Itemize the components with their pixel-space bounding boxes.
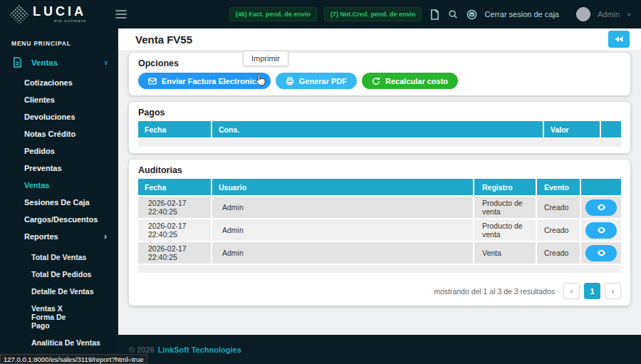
chevron-down-icon: ∨	[627, 11, 631, 18]
auditorias-empty-row	[138, 264, 621, 273]
eye-icon	[597, 249, 606, 256]
close-cash-session-link[interactable]: Cerrar sesion de caja	[484, 10, 559, 19]
topbar: LUCIA erp software (46) Fact. pend. de e…	[0, 0, 641, 28]
sidebar-item-clientes[interactable]: Clientes	[0, 91, 118, 108]
brand-subtitle: erp software	[54, 19, 86, 23]
search-icon[interactable]	[447, 9, 459, 20]
browser-status-url: 127.0.0.1:8000/es/sales/3119/report?html…	[0, 354, 147, 364]
pagos-header-fecha: Fecha	[138, 121, 212, 137]
sidebar-item-ventas-x-forma-de-pago[interactable]: Ventas X Forma De Pago	[0, 300, 85, 334]
pagos-card: Pagos Fecha Cons. Valor	[129, 102, 630, 153]
sidebar-item-reportes[interactable]: Reportes ›	[0, 228, 118, 245]
sidebar-item-notas-credito[interactable]: Notas Crédito	[0, 125, 118, 142]
sidebar-item-devoluciones[interactable]: Devoluciones	[0, 108, 118, 125]
sidebar-item-analitica-de-ventas[interactable]: Analitica De Ventas	[0, 334, 118, 351]
recalcular-costo-button[interactable]: Recalcular costo	[362, 73, 458, 89]
auditorias-card: Auditorias Fecha Usuario Registro Evento…	[129, 160, 630, 306]
sidebar-section-label: MENU PRINCIPAL	[0, 28, 118, 47]
auditorias-header-evento: Evento	[537, 179, 581, 195]
hamburger-menu-icon[interactable]	[115, 8, 127, 21]
document-icon[interactable]	[429, 9, 440, 20]
pagination-page-1-button[interactable]: 1	[584, 283, 600, 299]
table-row: 2026-02-17 22:40:25 Admin Producto de ve…	[138, 218, 621, 241]
brand-diamond-icon	[9, 4, 29, 24]
sidebar-parent-label: Ventas	[31, 58, 58, 67]
eye-icon	[597, 204, 606, 211]
auditorias-header-usuario: Usuario	[212, 179, 474, 195]
view-audit-button[interactable]	[585, 222, 617, 239]
auditorias-table: Fecha Usuario Registro Evento 2026-02-17…	[138, 179, 621, 273]
chevron-down-icon: ∨	[103, 59, 108, 66]
generar-pdf-button[interactable]: Generar PDF	[276, 73, 357, 89]
sidebar-item-detalle-de-ventas[interactable]: Detalle De Ventas	[0, 283, 118, 300]
envelope-icon	[148, 78, 157, 85]
sidebar-item-cotizaciones[interactable]: Cotizaciones	[0, 74, 118, 91]
pagination-prev-button[interactable]: ‹	[563, 283, 580, 299]
table-row: 2026-02-17 22:40:25 Admin Venta Creado	[138, 241, 621, 264]
view-audit-button[interactable]	[585, 245, 617, 261]
sidebar-item-total-de-pedidos[interactable]: Total De Pedidos	[0, 266, 118, 283]
page-header: Venta FV55	[118, 28, 641, 50]
auditorias-title: Auditorias	[138, 165, 621, 175]
printer-icon[interactable]	[466, 9, 477, 20]
pagination-summary: mostrando del 1 al 3 de 3 resultados	[434, 287, 555, 296]
main-content: Venta FV55 Opciones Imprimir Enviar Fact…	[118, 28, 641, 335]
pagos-header-valor: Valor	[544, 121, 601, 137]
rewind-icon	[615, 36, 623, 43]
brand-name: LUCIA	[33, 6, 86, 17]
enviar-factura-electronica-button[interactable]: Enviar Factura Electronica	[138, 73, 271, 89]
sidebar-item-sesiones-de-caja[interactable]: Sesiones De Caja	[0, 194, 118, 211]
app-window: LUCIA erp software (46) Fact. pend. de e…	[0, 0, 641, 364]
chevron-right-icon: ›	[104, 228, 107, 245]
sidebar-parent-ventas[interactable]: Ventas ∨	[0, 47, 118, 68]
auditorias-header-registro: Registro	[474, 179, 537, 195]
pagos-header-cons: Cons.	[212, 121, 544, 137]
sidebar-item-pedidos[interactable]: Pedidos	[0, 142, 118, 160]
auditorias-header-fecha: Fecha	[138, 179, 212, 195]
brand-logo: LUCIA erp software	[0, 6, 107, 23]
footer: © 2026 LinkSoft Technologies	[118, 335, 641, 364]
company-link[interactable]: LinkSoft Technologies	[158, 345, 241, 354]
avatar[interactable]	[576, 7, 590, 21]
pagos-title: Pagos	[138, 108, 621, 118]
copyright-text: © 2026	[129, 345, 155, 354]
sidebar-item-ventas-active[interactable]: Ventas	[0, 177, 118, 194]
sidebar-item-preventas[interactable]: Preventas	[0, 160, 118, 177]
invoices-pending-badge[interactable]: (46) Fact. pend. de envio	[229, 7, 317, 21]
pagos-empty-row	[138, 137, 621, 147]
refresh-icon	[372, 77, 380, 85]
opciones-card: Opciones Imprimir Enviar Factura Electro…	[129, 53, 630, 95]
imprimir-tooltip: Imprimir	[243, 51, 288, 66]
table-row: 2026-02-17 22:40:25 Admin Producto de ve…	[138, 195, 621, 218]
back-button[interactable]	[608, 31, 630, 48]
page-title: Venta FV55	[135, 33, 192, 46]
document-icon	[13, 57, 22, 68]
eye-icon	[597, 227, 606, 234]
credit-notes-pending-badge[interactable]: (7) Not.Cred. pend. de envio	[324, 7, 422, 21]
sidebar-item-cargos-descuentos[interactable]: Cargos/Descuentos	[0, 211, 118, 228]
printer-icon	[286, 77, 294, 85]
pagos-table: Fecha Cons. Valor	[138, 121, 621, 147]
sidebar: MENU PRINCIPAL Ventas ∨ Cotizaciones Cli…	[0, 28, 118, 364]
opciones-title: Opciones	[138, 58, 621, 68]
pagos-header-empty	[601, 121, 621, 137]
auditorias-header-empty	[581, 179, 621, 195]
admin-user-menu[interactable]: Admin	[598, 10, 620, 19]
view-audit-button[interactable]	[585, 199, 617, 216]
pagination: mostrando del 1 al 3 de 3 resultados ‹ 1…	[138, 283, 621, 299]
pagination-next-button[interactable]: ›	[605, 283, 621, 299]
sidebar-item-total-de-ventas[interactable]: Total De Ventas	[0, 249, 118, 266]
